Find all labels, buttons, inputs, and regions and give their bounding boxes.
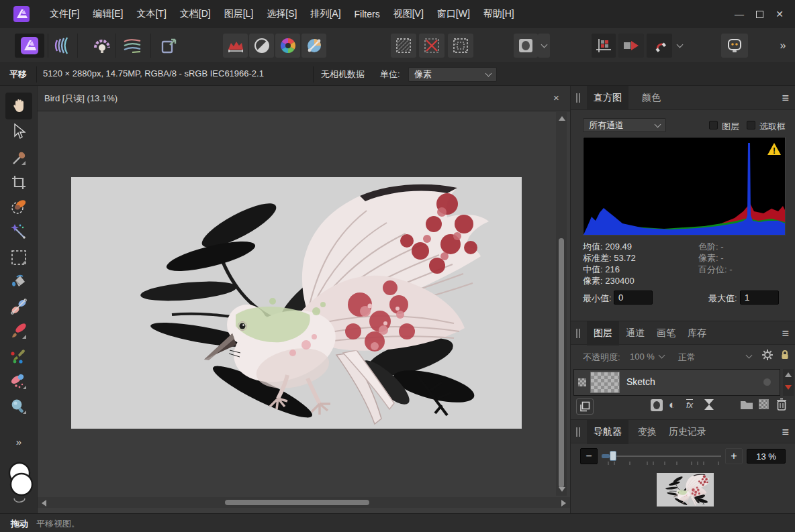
tab-color[interactable]: 颜色 (635, 86, 667, 110)
menu-view[interactable]: 视图[V] (387, 0, 430, 28)
lock-icon[interactable] (780, 350, 790, 362)
menu-file[interactable]: 文件[F] (43, 0, 86, 28)
layer-row-sketch[interactable]: Sketch (573, 369, 780, 396)
layer-list-scrollbar[interactable] (783, 369, 794, 396)
tools-overflow-button[interactable]: » (9, 432, 28, 451)
blend-options-gear-icon[interactable] (761, 349, 774, 363)
auto-white-balance-button[interactable] (301, 34, 326, 58)
deselect-button[interactable] (419, 34, 445, 58)
auto-levels-button[interactable] (223, 34, 248, 58)
horizontal-scroll-thumb[interactable] (225, 500, 369, 505)
flood-fill-tool[interactable] (9, 272, 28, 291)
gradient-tool[interactable] (9, 297, 28, 316)
zoom-in-button[interactable]: + (725, 448, 743, 464)
liquify-persona-button[interactable] (50, 34, 75, 58)
scroll-left-icon[interactable] (42, 500, 46, 507)
snapping-dropdown[interactable] (673, 34, 686, 58)
color-replacement-brush-tool[interactable] (9, 348, 28, 366)
panel-grip-icon[interactable] (576, 329, 577, 338)
tab-brushes[interactable]: 画笔 (650, 321, 682, 345)
menu-arrange[interactable]: 排列[A] (303, 0, 347, 28)
tab-histogram[interactable]: 直方图 (587, 86, 628, 110)
zoom-value-input[interactable]: 13 % (747, 449, 786, 464)
develop-persona-button[interactable] (90, 34, 114, 58)
scroll-up-icon[interactable] (785, 372, 792, 377)
panel-grip-icon[interactable] (576, 427, 577, 437)
export-persona-button[interactable] (157, 34, 181, 58)
scroll-down-icon[interactable] (559, 487, 565, 492)
flood-select-tool[interactable] (9, 223, 28, 242)
chevron-down-icon[interactable] (746, 352, 753, 359)
menu-help[interactable]: 帮助[H] (477, 0, 521, 28)
tab-close-icon[interactable]: × (553, 92, 559, 103)
close-button[interactable]: ✕ (769, 0, 790, 28)
channel-dropdown[interactable]: 所有通道 (583, 118, 666, 132)
layer-effects-button[interactable]: fx (686, 399, 693, 410)
delete-layer-button[interactable] (776, 398, 787, 413)
document-tab[interactable]: Bird [只读] (13.1%) (44, 93, 118, 105)
tab-transform[interactable]: 变换 (631, 420, 663, 444)
layer-visibility-dot[interactable] (763, 378, 771, 386)
photo-persona-button[interactable] (15, 34, 44, 58)
vertical-scroll-thumb[interactable] (559, 238, 564, 488)
tab-channels[interactable]: 通道 (619, 321, 651, 345)
tab-layers[interactable]: 图层 (587, 321, 619, 345)
opacity-value[interactable]: 100 % (630, 352, 655, 362)
crop-tool[interactable] (9, 173, 28, 192)
live-filter-button[interactable] (704, 398, 714, 413)
tab-history[interactable]: 历史记录 (662, 420, 713, 444)
zoom-slider-track[interactable] (606, 456, 721, 457)
canvas[interactable] (71, 177, 522, 429)
auto-colors-button[interactable] (275, 34, 300, 58)
layer-name[interactable]: Sketch (626, 376, 655, 387)
blend-mode-value[interactable]: 正常 (678, 352, 696, 364)
scroll-up-icon[interactable] (559, 116, 565, 121)
tab-stock[interactable]: 库存 (681, 321, 713, 345)
selection-brush-tool[interactable] (9, 197, 28, 216)
mask-layer-button[interactable] (650, 398, 663, 414)
scroll-down-icon[interactable] (785, 385, 792, 390)
duplicate-layer-button[interactable] (576, 398, 594, 415)
arrange-button[interactable] (618, 34, 644, 58)
menu-filters[interactable]: Filters (348, 0, 387, 28)
fill-stroke-swatches[interactable] (5, 462, 35, 508)
menu-edit[interactable]: 编辑[E] (86, 0, 130, 28)
color-picker-tool[interactable] (9, 149, 28, 168)
panel-menu-icon[interactable]: ≡ (782, 327, 789, 340)
toolbar-overflow-button[interactable]: » (776, 34, 790, 58)
adjustment-layer-button[interactable]: ◐ (669, 398, 675, 412)
zoom-slider-thumb[interactable] (610, 451, 616, 461)
layer-thumbnail[interactable] (590, 372, 620, 393)
minimize-button[interactable]: — (729, 0, 749, 28)
max-input[interactable]: 1 (740, 290, 779, 305)
menu-document[interactable]: 文档[D] (173, 0, 218, 28)
marquee-select-tool[interactable] (9, 248, 28, 267)
marquee-checkbox[interactable] (747, 121, 755, 129)
scroll-right-icon[interactable] (561, 500, 566, 507)
mask-mode-dropdown[interactable] (538, 34, 550, 58)
tone-mapping-persona-button[interactable] (120, 34, 144, 58)
assistant-grid-button[interactable] (592, 34, 616, 58)
assistant-manager-button[interactable] (721, 34, 748, 58)
panel-grip-icon[interactable] (576, 93, 577, 103)
navigator-thumbnail[interactable] (657, 473, 714, 507)
menu-text[interactable]: 文本[T] (130, 0, 173, 28)
view-tool[interactable] (9, 97, 28, 115)
horizontal-scrollbar[interactable] (38, 497, 570, 508)
menu-select[interactable]: 选择[S] (260, 0, 303, 28)
select-all-button[interactable] (391, 34, 416, 58)
layer-checkbox[interactable] (709, 121, 718, 129)
unit-dropdown[interactable]: 像素 (408, 67, 497, 82)
maximize-button[interactable] (749, 0, 769, 28)
panel-menu-icon[interactable]: ≡ (782, 91, 789, 105)
zoom-tool[interactable] (9, 397, 28, 416)
move-tool[interactable] (9, 122, 28, 141)
chevron-down-icon[interactable] (659, 352, 665, 359)
menu-window[interactable]: 窗口[W] (430, 0, 477, 28)
invert-selection-button[interactable] (448, 34, 473, 58)
auto-contrast-button[interactable] (249, 34, 274, 58)
zoom-out-button[interactable]: − (580, 448, 598, 464)
panel-menu-icon[interactable]: ≡ (782, 425, 789, 439)
menu-layer[interactable]: 图层[L] (218, 0, 261, 28)
erase-brush-tool[interactable] (9, 372, 28, 391)
